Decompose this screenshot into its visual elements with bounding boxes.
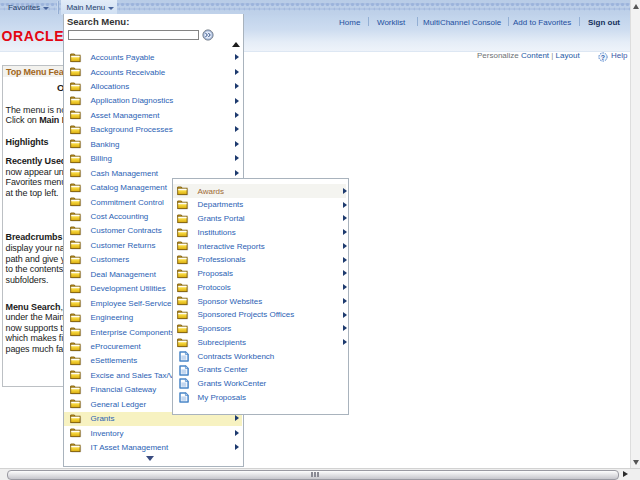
svg-text:?: ? bbox=[601, 53, 605, 60]
